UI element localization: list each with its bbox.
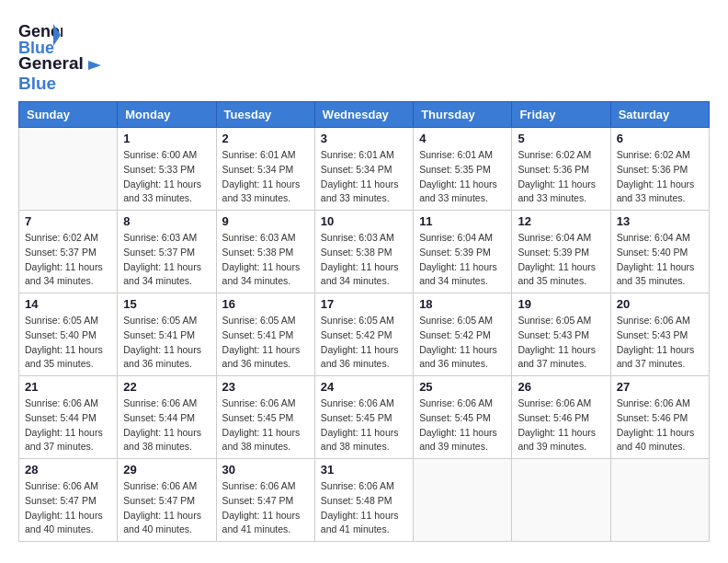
calendar-cell: 13Sunrise: 6:04 AMSunset: 5:40 PMDayligh… bbox=[610, 211, 709, 293]
calendar-week-row: 28Sunrise: 6:06 AMSunset: 5:47 PMDayligh… bbox=[19, 459, 710, 542]
logo-icon: General Blue bbox=[18, 18, 63, 57]
calendar-cell: 10Sunrise: 6:03 AMSunset: 5:38 PMDayligh… bbox=[314, 211, 413, 293]
header-friday: Friday bbox=[512, 102, 610, 128]
calendar-cell: 28Sunrise: 6:06 AMSunset: 5:47 PMDayligh… bbox=[19, 459, 118, 542]
day-number: 1 bbox=[123, 132, 210, 145]
day-info: Sunrise: 6:02 AMSunset: 5:36 PMDaylight:… bbox=[518, 148, 604, 206]
calendar-cell: 31Sunrise: 6:06 AMSunset: 5:48 PMDayligh… bbox=[314, 459, 413, 542]
calendar-cell: 5Sunrise: 6:02 AMSunset: 5:36 PMDaylight… bbox=[512, 128, 610, 211]
calendar-cell: 25Sunrise: 6:06 AMSunset: 5:45 PMDayligh… bbox=[414, 376, 512, 459]
day-info: Sunrise: 6:04 AMSunset: 5:39 PMDaylight:… bbox=[419, 231, 506, 289]
day-number: 18 bbox=[419, 297, 506, 311]
day-info: Sunrise: 6:02 AMSunset: 5:37 PMDaylight:… bbox=[25, 231, 111, 289]
day-info: Sunrise: 6:04 AMSunset: 5:39 PMDaylight:… bbox=[518, 231, 604, 289]
day-number: 4 bbox=[419, 132, 506, 145]
calendar-cell: 14Sunrise: 6:05 AMSunset: 5:40 PMDayligh… bbox=[19, 293, 118, 376]
calendar-cell: 2Sunrise: 6:01 AMSunset: 5:34 PMDaylight… bbox=[216, 128, 314, 211]
calendar-cell: 17Sunrise: 6:05 AMSunset: 5:42 PMDayligh… bbox=[314, 293, 413, 376]
calendar-cell: 27Sunrise: 6:06 AMSunset: 5:46 PMDayligh… bbox=[610, 376, 709, 459]
svg-text:Blue: Blue bbox=[18, 39, 54, 57]
day-info: Sunrise: 6:06 AMSunset: 5:47 PMDaylight:… bbox=[222, 479, 309, 537]
day-info: Sunrise: 6:05 AMSunset: 5:40 PMDaylight:… bbox=[25, 314, 111, 372]
calendar-cell: 18Sunrise: 6:05 AMSunset: 5:42 PMDayligh… bbox=[414, 293, 512, 376]
day-number: 29 bbox=[123, 463, 210, 477]
day-number: 30 bbox=[222, 463, 309, 477]
day-info: Sunrise: 6:04 AMSunset: 5:40 PMDaylight:… bbox=[617, 231, 703, 289]
day-info: Sunrise: 6:00 AMSunset: 5:33 PMDaylight:… bbox=[123, 148, 210, 206]
calendar-cell: 19Sunrise: 6:05 AMSunset: 5:43 PMDayligh… bbox=[512, 293, 610, 376]
day-number: 7 bbox=[25, 214, 111, 228]
day-number: 31 bbox=[321, 463, 407, 477]
day-info: Sunrise: 6:01 AMSunset: 5:35 PMDaylight:… bbox=[419, 148, 506, 206]
day-number: 20 bbox=[617, 297, 703, 311]
day-number: 6 bbox=[617, 132, 703, 145]
day-info: Sunrise: 6:06 AMSunset: 5:46 PMDaylight:… bbox=[617, 396, 703, 454]
calendar-cell: 8Sunrise: 6:03 AMSunset: 5:37 PMDaylight… bbox=[118, 211, 216, 293]
day-info: Sunrise: 6:06 AMSunset: 5:45 PMDaylight:… bbox=[222, 396, 309, 454]
calendar-cell: 12Sunrise: 6:04 AMSunset: 5:39 PMDayligh… bbox=[512, 211, 610, 293]
day-number: 10 bbox=[321, 214, 407, 228]
day-info: Sunrise: 6:06 AMSunset: 5:43 PMDaylight:… bbox=[617, 314, 703, 372]
day-number: 27 bbox=[617, 380, 703, 394]
calendar-cell: 23Sunrise: 6:06 AMSunset: 5:45 PMDayligh… bbox=[216, 376, 314, 459]
day-info: Sunrise: 6:02 AMSunset: 5:36 PMDaylight:… bbox=[617, 148, 703, 206]
calendar-cell: 22Sunrise: 6:06 AMSunset: 5:44 PMDayligh… bbox=[118, 376, 216, 459]
calendar-week-row: 7Sunrise: 6:02 AMSunset: 5:37 PMDaylight… bbox=[19, 211, 710, 293]
day-info: Sunrise: 6:06 AMSunset: 5:45 PMDaylight:… bbox=[419, 396, 506, 454]
page-header: General Blue General Blue bbox=[18, 18, 710, 94]
header-monday: Monday bbox=[118, 102, 216, 128]
day-info: Sunrise: 6:01 AMSunset: 5:34 PMDaylight:… bbox=[222, 148, 309, 206]
day-number: 17 bbox=[321, 297, 407, 311]
day-number: 12 bbox=[518, 214, 604, 228]
header-thursday: Thursday bbox=[414, 102, 512, 128]
day-number: 25 bbox=[419, 380, 506, 394]
day-number: 19 bbox=[518, 297, 604, 311]
calendar-cell: 3Sunrise: 6:01 AMSunset: 5:34 PMDaylight… bbox=[314, 128, 413, 211]
day-info: Sunrise: 6:05 AMSunset: 5:43 PMDaylight:… bbox=[518, 314, 604, 372]
calendar-cell bbox=[610, 459, 709, 542]
header-tuesday: Tuesday bbox=[216, 102, 314, 128]
calendar-cell: 1Sunrise: 6:00 AMSunset: 5:33 PMDaylight… bbox=[118, 128, 216, 211]
calendar-cell: 11Sunrise: 6:04 AMSunset: 5:39 PMDayligh… bbox=[414, 211, 512, 293]
day-info: Sunrise: 6:06 AMSunset: 5:46 PMDaylight:… bbox=[518, 396, 604, 454]
calendar-cell: 4Sunrise: 6:01 AMSunset: 5:35 PMDaylight… bbox=[414, 128, 512, 211]
day-info: Sunrise: 6:06 AMSunset: 5:44 PMDaylight:… bbox=[25, 396, 111, 454]
header-wednesday: Wednesday bbox=[314, 102, 413, 128]
day-info: Sunrise: 6:06 AMSunset: 5:48 PMDaylight:… bbox=[321, 479, 407, 537]
day-number: 22 bbox=[123, 380, 210, 394]
day-number: 23 bbox=[222, 380, 309, 394]
day-number: 8 bbox=[123, 214, 210, 228]
day-info: Sunrise: 6:03 AMSunset: 5:38 PMDaylight:… bbox=[321, 231, 407, 289]
day-number: 26 bbox=[518, 380, 604, 394]
day-info: Sunrise: 6:06 AMSunset: 5:44 PMDaylight:… bbox=[123, 396, 210, 454]
day-info: Sunrise: 6:03 AMSunset: 5:37 PMDaylight:… bbox=[123, 231, 210, 289]
calendar-week-row: 1Sunrise: 6:00 AMSunset: 5:33 PMDaylight… bbox=[19, 128, 710, 211]
day-number: 3 bbox=[321, 132, 407, 145]
calendar-cell bbox=[414, 459, 512, 542]
day-info: Sunrise: 6:03 AMSunset: 5:38 PMDaylight:… bbox=[222, 231, 309, 289]
day-number: 9 bbox=[222, 214, 309, 228]
calendar-week-row: 14Sunrise: 6:05 AMSunset: 5:40 PMDayligh… bbox=[19, 293, 710, 376]
calendar-cell: 6Sunrise: 6:02 AMSunset: 5:36 PMDaylight… bbox=[610, 128, 709, 211]
header-saturday: Saturday bbox=[610, 102, 709, 128]
calendar-cell: 7Sunrise: 6:02 AMSunset: 5:37 PMDaylight… bbox=[19, 211, 118, 293]
calendar-cell bbox=[512, 459, 610, 542]
calendar-cell bbox=[19, 128, 118, 211]
calendar-header-row: SundayMondayTuesdayWednesdayThursdayFrid… bbox=[19, 102, 710, 128]
day-number: 11 bbox=[419, 214, 506, 228]
calendar-cell: 30Sunrise: 6:06 AMSunset: 5:47 PMDayligh… bbox=[216, 459, 314, 542]
logo-arrow-icon bbox=[88, 59, 103, 72]
day-info: Sunrise: 6:06 AMSunset: 5:45 PMDaylight:… bbox=[321, 396, 407, 454]
day-number: 13 bbox=[617, 214, 703, 228]
calendar-cell: 20Sunrise: 6:06 AMSunset: 5:43 PMDayligh… bbox=[610, 293, 709, 376]
day-number: 15 bbox=[123, 297, 210, 311]
day-info: Sunrise: 6:05 AMSunset: 5:41 PMDaylight:… bbox=[123, 314, 210, 372]
day-number: 28 bbox=[25, 463, 111, 477]
calendar-cell: 29Sunrise: 6:06 AMSunset: 5:47 PMDayligh… bbox=[118, 459, 216, 542]
day-info: Sunrise: 6:06 AMSunset: 5:47 PMDaylight:… bbox=[123, 479, 210, 537]
day-number: 21 bbox=[25, 380, 111, 394]
calendar-cell: 9Sunrise: 6:03 AMSunset: 5:38 PMDaylight… bbox=[216, 211, 314, 293]
day-number: 2 bbox=[222, 132, 309, 145]
logo: General Blue General Blue bbox=[18, 18, 103, 94]
day-number: 5 bbox=[518, 132, 604, 145]
